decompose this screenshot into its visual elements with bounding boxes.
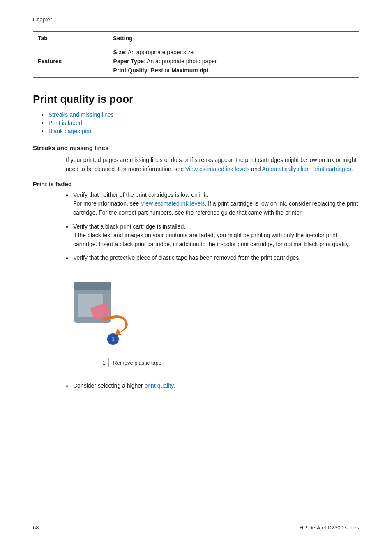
subsection-title-streaks: Streaks and missing lines (33, 144, 359, 151)
final-bullet-link[interactable]: print quality (145, 382, 174, 389)
toc-item-streaks[interactable]: Streaks and missing lines (41, 111, 359, 118)
streaks-body-end: . (351, 166, 353, 172)
final-bullet-text-after: . (173, 382, 175, 389)
svg-text:1: 1 (111, 336, 114, 342)
settings-table: Tab Setting Features Size: An appropriat… (33, 31, 359, 78)
svg-rect-1 (74, 282, 111, 290)
streaks-link-2[interactable]: Automatically clean print cartridges (262, 166, 351, 172)
figure-caption: 1 Remove plastic tape (99, 358, 166, 367)
streaks-between: and (249, 166, 262, 172)
setting-line-1: Size: An appropriate paper size (113, 48, 354, 57)
setting-line-3: Print Quality: Best or Maximum dpi (113, 66, 354, 75)
final-bullet-text-before: Consider selecting a higher (73, 382, 145, 389)
toc-link-faded[interactable]: Print is faded (48, 120, 82, 126)
streaks-link-1[interactable]: View estimated ink levels (185, 166, 249, 172)
caption-number: 1 (99, 358, 109, 367)
table-cell-tab: Features (33, 45, 108, 78)
faded-bullet-1: Verify that neither of the print cartrid… (66, 192, 359, 217)
table-header-tab: Tab (33, 31, 108, 45)
toc-link-blank[interactable]: Blank pages print (48, 128, 93, 134)
setting-line-2: Paper Type: An appropriate photo paper (113, 57, 354, 66)
caption-text: Remove plastic tape (109, 358, 166, 367)
faded-bullet-2: Verify that a black print cartridge is i… (66, 223, 359, 249)
faded-bullet-3-main: Verify that the protective piece of plas… (73, 254, 300, 261)
subsection-title-faded: Print is faded (33, 180, 359, 187)
toc-link-streaks[interactable]: Streaks and missing lines (48, 111, 114, 118)
faded-bullet-3: Verify that the protective piece of plas… (66, 254, 359, 261)
faded-detail-list: Verify that neither of the print cartrid… (33, 192, 359, 261)
subsection-faded: Print is faded Verify that neither of th… (33, 180, 359, 389)
footer-product-name: HP Deskjet D2300 series (300, 525, 359, 531)
faded-bullet-1-main: Verify that neither of the print cartrid… (73, 192, 208, 198)
toc-list: Streaks and missing lines Print is faded… (33, 111, 359, 134)
table-header-setting: Setting (108, 31, 359, 45)
final-bullet-list: Consider selecting a higher print qualit… (33, 382, 359, 389)
section-title: Print quality is poor (33, 93, 359, 106)
illustration-container: 1 (33, 269, 359, 351)
toc-item-faded[interactable]: Print is faded (41, 120, 359, 126)
faded-link-1[interactable]: View estimated ink levels (141, 200, 205, 207)
page-footer: 68 HP Deskjet D2300 series (33, 525, 359, 531)
faded-bullet-2-sub: If the black text and images on your pri… (73, 231, 359, 249)
final-bullet: Consider selecting a higher print qualit… (66, 382, 359, 389)
subsection-body-streaks: If your printed pages are missing lines … (33, 155, 359, 174)
ink-cartridge-illustration: 1 (66, 269, 148, 351)
toc-item-blank[interactable]: Blank pages print (41, 128, 359, 134)
faded-bullet-1-sub: For more information, see View estimated… (73, 199, 359, 217)
footer-page-number: 68 (33, 525, 39, 531)
table-cell-settings: Size: An appropriate paper size Paper Ty… (108, 45, 359, 78)
faded-bullet-2-main: Verify that a black print cartridge is i… (73, 223, 185, 230)
figure-caption-wrapper: 1 Remove plastic tape (33, 356, 359, 376)
subsection-streaks: Streaks and missing lines If your printe… (33, 144, 359, 174)
chapter-label: Chapter 11 (33, 16, 359, 23)
